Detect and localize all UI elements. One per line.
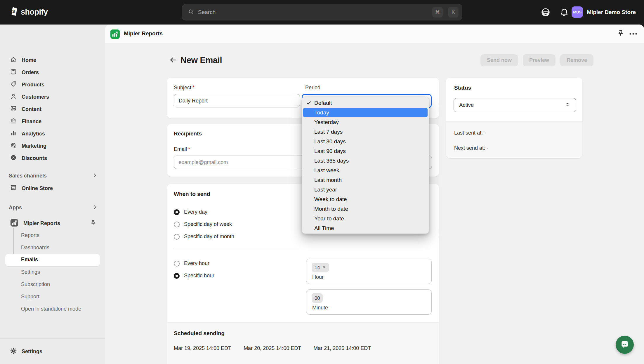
preview-button[interactable]: Preview: [523, 54, 556, 66]
sidebar-item-discounts[interactable]: Discounts: [4, 152, 102, 164]
status-select[interactable]: Active: [454, 98, 576, 112]
sidebar: Home Orders Products Customers Content F…: [0, 25, 109, 364]
svg-text:S: S: [12, 9, 15, 14]
global-search[interactable]: ⌘ K: [182, 4, 462, 20]
search-input[interactable]: [198, 9, 427, 15]
radio-off-icon: [174, 222, 180, 227]
minute-field-label: Minute: [312, 305, 328, 311]
period-option-year-to-date[interactable]: Year to date: [303, 214, 428, 223]
period-option-all-time[interactable]: All Time: [303, 223, 428, 233]
scheduled-sending-section: Scheduled sending Mar 19, 2025 14:00 EDT…: [167, 322, 439, 364]
radio-specific-day-of-week[interactable]: Specific day of week: [174, 221, 232, 227]
minute-tag: 00: [312, 293, 323, 303]
sidebar-subitem-reports[interactable]: Reports: [21, 232, 39, 238]
app-header-title: Mipler Reports: [124, 30, 163, 37]
sidebar-subitem-settings[interactable]: Settings: [21, 269, 40, 275]
last-sent-text: Last sent at: -: [454, 130, 486, 136]
period-option-last-year[interactable]: Last year: [303, 185, 428, 194]
scheduled-date: Mar 19, 2025 14:00 EDT: [174, 345, 231, 351]
gear-icon: [10, 347, 17, 356]
shopify-wordmark: shopify: [21, 8, 48, 17]
period-option-today[interactable]: Today: [303, 108, 428, 117]
period-option-week-to-date[interactable]: Week to date: [303, 194, 428, 204]
bank-icon: [10, 117, 17, 126]
period-option-last-90-days[interactable]: Last 90 days: [303, 146, 428, 156]
page-title: New Email: [180, 55, 222, 65]
sidebar-item-home[interactable]: Home: [4, 54, 102, 66]
more-menu-icon[interactable]: [629, 32, 638, 37]
home-icon: [10, 56, 17, 64]
radio-every-hour[interactable]: Every hour: [174, 260, 209, 267]
mipler-app-badge-icon: [110, 29, 120, 39]
sidebar-item-orders[interactable]: Orders: [4, 66, 102, 79]
chat-widget-button[interactable]: [616, 336, 634, 354]
sidebar-item-finance[interactable]: Finance: [4, 115, 102, 128]
select-chevrons-icon: [564, 101, 571, 109]
kbd-cmd: ⌘: [432, 7, 443, 18]
sidebar-item-customers[interactable]: Customers: [4, 91, 102, 103]
sidebar-subitem-open-standalone[interactable]: Open in standalone mode: [21, 306, 81, 312]
subject-input[interactable]: [174, 94, 300, 107]
radio-specific-hour[interactable]: Specific hour: [174, 273, 214, 279]
back-button[interactable]: [169, 54, 179, 66]
status-title: Status: [454, 85, 471, 91]
required-mark: *: [188, 146, 190, 152]
sidebar-item-content[interactable]: Content: [4, 103, 102, 115]
period-option-last-365-days[interactable]: Last 365 days: [303, 156, 428, 166]
sidebar-item-analytics[interactable]: Analytics: [4, 128, 102, 140]
chevron-right-icon[interactable]: [92, 204, 98, 212]
sidebar-subitem-support[interactable]: Support: [21, 294, 39, 300]
sidekick-icon[interactable]: [540, 7, 551, 18]
page-actions: Send now Preview Remove: [480, 54, 593, 66]
email-label: Email*: [174, 146, 190, 152]
storefront-icon: [10, 184, 17, 192]
radio-on-icon: [174, 273, 180, 279]
sidebar-item-products[interactable]: Products: [4, 79, 102, 91]
radio-specific-day-of-month[interactable]: Specific day of month: [174, 234, 234, 240]
hour-field[interactable]: 14 Hour: [306, 259, 432, 284]
status-card-footer: Last sent at: - Next send at: -: [446, 121, 582, 158]
sidebar-subitem-emails[interactable]: Emails: [5, 254, 100, 266]
sidebar-footer: Settings: [0, 338, 109, 364]
sidebar-item-settings[interactable]: Settings: [4, 345, 102, 358]
shopify-logo: S shopify: [8, 6, 48, 18]
search-icon: [188, 8, 195, 16]
sidebar-subitem-subscription[interactable]: Subscription: [21, 281, 50, 288]
notifications-bell-icon[interactable]: [559, 7, 570, 18]
scheduled-date: Mar 21, 2025 14:00 EDT: [313, 345, 371, 351]
mipler-app-icon: [10, 218, 19, 228]
chevron-right-icon[interactable]: [92, 172, 98, 180]
close-icon[interactable]: [322, 265, 326, 270]
shopify-bag-icon: S: [8, 6, 18, 18]
divider: [174, 249, 432, 249]
radio-off-icon: [174, 261, 180, 267]
sidebar-subitem-dashboards[interactable]: Dashboards: [21, 245, 49, 251]
period-option-month-to-date[interactable]: Month to date: [303, 204, 428, 214]
minute-field[interactable]: 00 Minute: [306, 289, 432, 315]
scheduled-sending-title: Scheduled sending: [174, 330, 225, 337]
sidebar-item-marketing[interactable]: Marketing: [4, 140, 102, 152]
apps-header[interactable]: Apps: [9, 205, 22, 211]
recipients-title: Recipients: [174, 130, 202, 137]
topbar: S shopify ⌘ K MDS Mipler Demo Store: [0, 0, 644, 25]
period-option-last-week[interactable]: Last week: [303, 166, 428, 175]
pin-icon[interactable]: [616, 29, 625, 39]
account-menu[interactable]: MDS Mipler Demo Store: [572, 6, 636, 18]
remove-button[interactable]: Remove: [560, 54, 593, 66]
sidebar-item-online-store[interactable]: Online Store: [4, 182, 102, 194]
period-option-last-30-days[interactable]: Last 30 days: [303, 137, 428, 146]
screen: S shopify ⌘ K MDS Mipler Demo Store Home: [0, 0, 644, 364]
sales-channels-header[interactable]: Sales channels: [9, 173, 47, 179]
image-icon: [10, 105, 17, 113]
hour-tag: 14: [312, 263, 329, 272]
send-now-button[interactable]: Send now: [480, 54, 518, 66]
radio-every-day[interactable]: Every day: [174, 209, 207, 215]
period-option-default[interactable]: Default: [303, 98, 428, 108]
app-header: [105, 25, 644, 44]
person-icon: [10, 93, 17, 101]
period-option-yesterday[interactable]: Yesterday: [303, 117, 428, 127]
radio-on-icon: [174, 209, 180, 215]
pin-icon[interactable]: [89, 220, 97, 228]
period-option-last-7-days[interactable]: Last 7 days: [303, 127, 428, 137]
period-option-last-month[interactable]: Last month: [303, 175, 428, 185]
